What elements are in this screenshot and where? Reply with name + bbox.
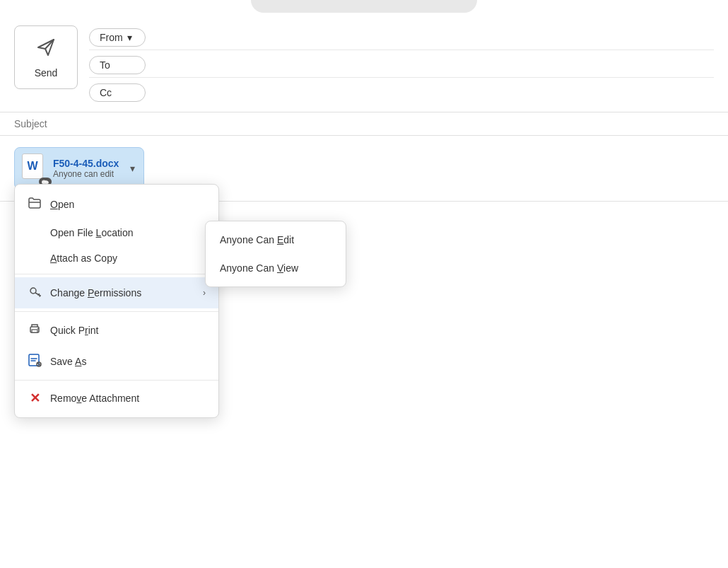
save-as-icon (28, 353, 42, 370)
svg-point-3 (45, 181, 49, 184)
menu-item-save-as[interactable]: Save As (15, 346, 218, 377)
attachment-info: F50-4-45.docx Anyone can edit (53, 158, 119, 179)
anyone-can-view-label: Anyone Can View (220, 262, 298, 274)
remove-underline-char: v (76, 393, 81, 404)
menu-open-file-location-label: Open File Location (50, 227, 206, 238)
send-button[interactable]: Send (14, 25, 78, 89)
permissions-underline-char: P (88, 287, 94, 299)
from-row: From ▾ (89, 25, 714, 50)
menu-divider-1 (15, 274, 218, 274)
menu-item-open[interactable]: Open (15, 189, 218, 220)
send-label: Send (35, 67, 58, 79)
menu-change-permissions-label: Change Permissions (50, 287, 194, 299)
menu-item-remove-attachment[interactable]: ✕ Remove Attachment (15, 383, 218, 413)
svg-rect-8 (29, 354, 39, 366)
menu-open-label: Open (50, 199, 206, 210)
menu-item-attach-as-copy[interactable]: Attach as Copy (15, 245, 218, 271)
saveas-underline-char: A (75, 356, 81, 367)
from-label: From (100, 32, 123, 43)
to-button[interactable]: To (89, 56, 146, 74)
attachment-filename: F50-4-45.docx (53, 158, 119, 169)
top-decorative-bar (251, 0, 477, 13)
cc-row: Cc (89, 81, 714, 105)
menu-item-change-permissions[interactable]: Change Permissions › (15, 277, 218, 308)
cc-input[interactable] (151, 87, 714, 98)
subject-row (0, 112, 728, 136)
attachment-chip[interactable]: F50-4-45.docx Anyone can edit ▾ (14, 147, 144, 190)
submenu-item-anyone-can-edit[interactable]: Anyone Can Edit (206, 226, 346, 254)
menu-divider-3 (15, 380, 218, 381)
submenu-arrow-icon: › (203, 288, 206, 298)
word-doc-icon (22, 153, 43, 179)
menu-save-as-label: Save As (50, 356, 206, 367)
svg-rect-6 (32, 330, 37, 332)
to-input[interactable] (151, 59, 714, 71)
menu-remove-attachment-label: Remove Attachment (50, 393, 206, 404)
recipient-fields: From ▾ To Cc (89, 25, 714, 105)
from-button[interactable]: From ▾ (89, 28, 146, 47)
from-input[interactable] (151, 32, 714, 43)
remove-x-icon: ✕ (28, 390, 42, 406)
menu-item-open-file-location[interactable]: Open File Location (15, 220, 218, 245)
open-underline-char: O (50, 199, 58, 210)
context-menu: Open Open File Location Attach as Copy (14, 184, 219, 418)
print-underline-char: r (85, 325, 88, 336)
cc-button[interactable]: Cc (89, 83, 146, 102)
submenu-permissions: Anyone Can Edit Anyone Can View (205, 221, 346, 287)
folder-open-icon (28, 196, 42, 213)
print-icon (28, 322, 42, 339)
menu-divider-2 (15, 311, 218, 312)
view-underline-char: V (277, 262, 283, 274)
attachment-chevron-icon: ▾ (130, 163, 135, 174)
svg-point-7 (37, 328, 39, 330)
anyone-can-edit-label: Anyone Can Edit (220, 234, 294, 245)
compose-header: Send From ▾ To Cc (0, 13, 728, 112)
attach-underline-char: A (50, 253, 57, 264)
edit-underline-char: E (277, 234, 283, 245)
menu-attach-as-copy-label: Attach as Copy (50, 253, 206, 264)
location-underline-char: L (96, 227, 102, 238)
from-chevron-icon: ▾ (127, 32, 132, 43)
menu-quick-print-label: Quick Print (50, 325, 206, 336)
to-label: To (100, 59, 110, 71)
attachment-section: F50-4-45.docx Anyone can edit ▾ Open (0, 136, 728, 202)
menu-item-quick-print[interactable]: Quick Print (15, 315, 218, 346)
cc-label: Cc (100, 87, 112, 98)
key-icon (28, 284, 42, 301)
attachment-permission: Anyone can edit (53, 169, 119, 179)
submenu-item-anyone-can-view[interactable]: Anyone Can View (206, 254, 346, 282)
to-row: To (89, 53, 714, 78)
word-file-icon (22, 153, 47, 183)
send-icon (35, 37, 57, 63)
subject-input[interactable] (14, 118, 714, 129)
compose-window: Send From ▾ To Cc (0, 0, 728, 568)
